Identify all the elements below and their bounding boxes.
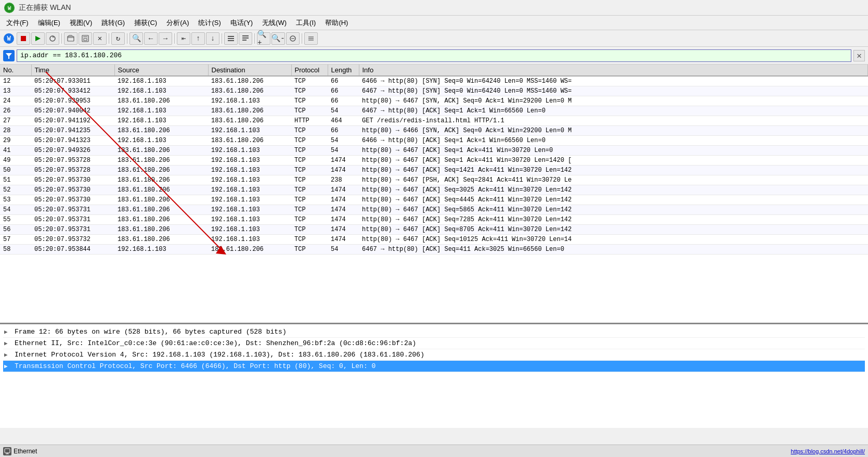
table-row[interactable]: 49 05:20:07.953728 183.61.180.206 192.16… <box>0 156 868 166</box>
cell-info: 6467 → http(80) [ACK] Seq=411 Ack=3025 W… <box>359 245 868 255</box>
col-header-protocol[interactable]: Protocol <box>291 65 328 76</box>
prev-button[interactable]: ← <box>144 32 158 45</box>
save-file-button[interactable] <box>79 32 92 45</box>
col-header-info[interactable]: Info <box>359 65 868 76</box>
search-button[interactable]: 🔍 <box>129 32 143 45</box>
zoom-in-button[interactable]: 🔍+ <box>257 32 270 45</box>
close-file-button[interactable]: ✕ <box>93 32 107 45</box>
menu-wireless[interactable]: 无线(W) <box>258 17 291 29</box>
table-row[interactable]: 56 05:20:07.953731 183.61.180.206 192.16… <box>0 225 868 235</box>
cell-time: 05:20:07.953732 <box>31 235 114 245</box>
expand-all-button[interactable] <box>304 32 318 45</box>
cell-info: http(80) → 6467 [ACK] Seq=1 Ack=411 Win=… <box>359 156 868 166</box>
table-row[interactable]: 52 05:20:07.953730 183.61.180.206 192.16… <box>0 185 868 195</box>
col-header-source[interactable]: Source <box>114 65 208 76</box>
table-row[interactable]: 24 05:20:07.939953 183.61.180.206 192.16… <box>0 96 868 106</box>
cell-info: http(80) → 6466 [SYN, ACK] Seq=0 Ack=1 W… <box>359 126 868 136</box>
menu-analyze[interactable]: 分析(A) <box>162 17 193 29</box>
network-status: Ethernet <box>3 447 37 455</box>
table-row[interactable]: 29 05:20:07.941323 192.168.1.103 183.61.… <box>0 136 868 146</box>
go-down-button[interactable]: ↓ <box>206 32 219 45</box>
detail-row-text: Frame 12: 66 bytes on wire (528 bits), 6… <box>15 328 287 336</box>
detail-row[interactable]: ▶ Transmission Control Protocol, Src Por… <box>3 361 865 372</box>
table-row[interactable]: 13 05:20:07.933412 192.168.1.103 183.61.… <box>0 86 868 96</box>
menu-edit[interactable]: 编辑(E) <box>34 17 64 29</box>
col-header-no[interactable]: No. <box>0 65 31 76</box>
menu-goto[interactable]: 跳转(G) <box>97 17 129 29</box>
svg-text:W: W <box>7 35 11 43</box>
autoscroll-button[interactable] <box>239 32 252 45</box>
menu-telephone[interactable]: 电话(Y) <box>226 17 257 29</box>
table-row[interactable]: 58 05:20:07.953844 192.168.1.103 183.61.… <box>0 245 868 255</box>
restart-capture-button[interactable] <box>46 32 59 45</box>
cell-protocol: TCP <box>291 166 328 175</box>
table-row[interactable]: 12 05:20:07.933011 192.168.1.103 183.61.… <box>0 76 868 86</box>
cell-source: 192.168.1.103 <box>114 76 208 86</box>
zoom-reset-button[interactable] <box>286 32 300 45</box>
cell-time: 05:20:07.941235 <box>31 126 114 136</box>
cell-length: 54 <box>328 106 359 116</box>
cell-length: 1474 <box>328 215 359 225</box>
open-file-button[interactable] <box>64 32 77 45</box>
menu-file[interactable]: 文件(F) <box>2 17 33 29</box>
cell-info: http(80) → 6467 [PSH, ACK] Seq=2841 Ack=… <box>359 175 868 185</box>
go-first-button[interactable]: ⇤ <box>177 32 190 45</box>
menu-statistics[interactable]: 统计(S) <box>194 17 225 29</box>
cell-time: 05:20:07.941192 <box>31 116 114 126</box>
menu-help[interactable]: 帮助(H) <box>321 17 352 29</box>
cell-no: 58 <box>0 245 31 255</box>
zoom-out-button[interactable]: 🔍- <box>271 32 285 45</box>
packet-table-container[interactable]: No. Time Source Destination Protocol Len… <box>0 65 868 324</box>
next-button[interactable]: → <box>159 32 172 45</box>
detail-row-text: Transmission Control Protocol, Src Port:… <box>15 362 375 370</box>
cell-source: 183.61.180.206 <box>114 195 208 205</box>
table-row[interactable]: 55 05:20:07.953731 183.61.180.206 192.16… <box>0 215 868 225</box>
menu-capture[interactable]: 捕获(C) <box>130 17 161 29</box>
filter-input[interactable] <box>17 49 851 62</box>
svg-text:W: W <box>8 6 11 11</box>
cell-no: 28 <box>0 126 31 136</box>
cell-protocol: TCP <box>291 76 328 86</box>
cell-time: 05:20:07.953728 <box>31 156 114 166</box>
cell-time: 05:20:07.953731 <box>31 205 114 215</box>
table-row[interactable]: 26 05:20:07.940042 192.168.1.103 183.61.… <box>0 106 868 116</box>
toolbar-shark-icon[interactable]: W <box>2 32 16 45</box>
app-logo: W <box>4 3 15 13</box>
cell-length: 54 <box>328 136 359 146</box>
table-row[interactable]: 27 05:20:07.941192 192.168.1.103 183.61.… <box>0 116 868 126</box>
menu-view[interactable]: 视图(V) <box>66 17 96 29</box>
table-row[interactable]: 57 05:20:07.953732 183.61.180.206 192.16… <box>0 235 868 245</box>
go-up-button[interactable]: ↑ <box>191 32 205 45</box>
network-icon <box>3 447 11 455</box>
col-header-destination[interactable]: Destination <box>208 65 291 76</box>
cell-source: 192.168.1.103 <box>114 245 208 255</box>
table-row[interactable]: 28 05:20:07.941235 183.61.180.206 192.16… <box>0 126 868 136</box>
start-capture-button[interactable] <box>31 32 45 45</box>
detail-row[interactable]: ▶ Internet Protocol Version 4, Src: 192.… <box>3 349 865 361</box>
menu-tools[interactable]: 工具(I) <box>292 17 320 29</box>
menu-bar: 文件(F) 编辑(E) 视图(V) 跳转(G) 捕获(C) 分析(A) 统计(S… <box>0 16 868 30</box>
cell-length: 1474 <box>328 156 359 166</box>
col-header-time[interactable]: Time <box>31 65 114 76</box>
stop-capture-button[interactable] <box>17 32 30 45</box>
toolbar-sep-3 <box>127 33 127 44</box>
reload-button[interactable]: ↻ <box>111 32 125 45</box>
cell-length: 1474 <box>328 195 359 205</box>
detail-row[interactable]: ▶ Ethernet II, Src: IntelCor_c0:ce:3e (9… <box>3 338 865 349</box>
col-format-button[interactable] <box>224 32 238 45</box>
table-row[interactable]: 41 05:20:07.949326 183.61.180.206 192.16… <box>0 146 868 156</box>
filter-bar: ✕ <box>0 47 868 65</box>
table-row[interactable]: 51 05:20:07.953730 183.61.180.206 192.16… <box>0 175 868 185</box>
detail-pane: ▶ Frame 12: 66 bytes on wire (528 bits),… <box>0 324 868 428</box>
cell-no: 13 <box>0 86 31 96</box>
cell-source: 192.168.1.103 <box>114 86 208 96</box>
cell-info: http(80) → 6467 [ACK] Seq=4445 Ack=411 W… <box>359 195 868 205</box>
svg-rect-4 <box>21 36 26 41</box>
svg-rect-14 <box>228 40 234 41</box>
detail-row[interactable]: ▶ Frame 12: 66 bytes on wire (528 bits),… <box>3 326 865 338</box>
table-row[interactable]: 50 05:20:07.953728 183.61.180.206 192.16… <box>0 166 868 175</box>
col-header-length[interactable]: Length <box>328 65 359 76</box>
filter-clear-button[interactable]: ✕ <box>853 50 865 61</box>
table-row[interactable]: 54 05:20:07.953731 183.61.180.206 192.16… <box>0 205 868 215</box>
table-row[interactable]: 53 05:20:07.953730 183.61.180.206 192.16… <box>0 195 868 205</box>
